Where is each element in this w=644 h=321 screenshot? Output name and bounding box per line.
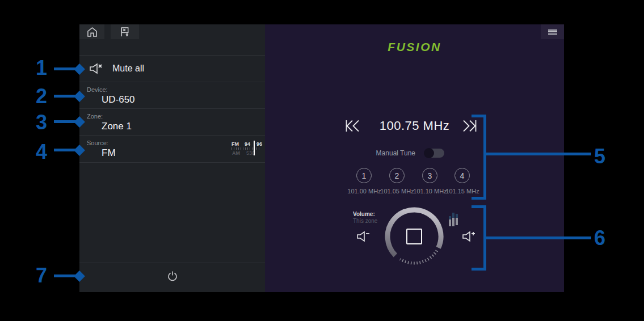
preset-2-number: 2 [395, 171, 399, 180]
speaker-muted-icon [88, 62, 103, 75]
scale-am-label: AM [232, 150, 240, 156]
scale-94-label: 94 [245, 141, 250, 147]
flag-waypoint-icon [120, 27, 131, 37]
callout-bracket-5-arm [472, 115, 486, 117]
callout-bracket-5-arm [472, 197, 486, 200]
source-selector-row[interactable]: Source: FM FM 94 96 AM 530 [79, 135, 265, 163]
menu-button[interactable] [541, 24, 564, 39]
stop-button[interactable] [406, 229, 422, 244]
callout-line-1 [54, 67, 75, 70]
hamburger-menu-icon [548, 28, 557, 35]
source-view-panel: FUSION 100.75 MHz Manual Tune [265, 24, 564, 292]
manual-tune-toggle[interactable] [424, 149, 444, 158]
zone-label: Zone: [87, 113, 103, 120]
preset-1-frequency: 101.00 MHz [346, 188, 382, 195]
power-button[interactable] [167, 271, 178, 281]
annotated-screenshot: Mute all Device: UD-650 Zone: Zone 1 Sou… [0, 0, 644, 321]
preset-4-number: 4 [460, 171, 465, 180]
callout-number-2: 2 [36, 86, 47, 107]
callout-number-7: 7 [36, 265, 47, 286]
options-panel: Mute all Device: UD-650 Zone: Zone 1 Sou… [79, 24, 265, 292]
zone-value: Zone 1 [102, 121, 132, 132]
callout-line-7 [54, 274, 75, 277]
callout-line-3 [54, 120, 75, 123]
preset-1-number: 1 [362, 171, 367, 180]
preset-1-button[interactable]: 1 [356, 168, 372, 183]
preset-2-frequency: 101.05 MHz [379, 188, 415, 195]
toggle-knob [424, 148, 434, 158]
mute-all-label: Mute all [112, 64, 144, 74]
device-selector-row[interactable]: Device: UD-650 [79, 82, 265, 108]
volume-up-button[interactable] [461, 230, 476, 243]
preset-3-button[interactable]: 3 [422, 168, 437, 183]
scale-fm-label: FM [231, 141, 239, 147]
stereo-app-window: Mute all Device: UD-650 Zone: Zone 1 Sou… [79, 24, 564, 292]
power-row [79, 263, 265, 292]
volume-sublabel: This zone [353, 218, 377, 224]
fusion-logo: FUSION [265, 40, 564, 54]
equalizer-bar [452, 213, 454, 226]
callout-line-6 [486, 236, 591, 239]
home-button[interactable] [79, 24, 104, 39]
scale-96-label: 96 [256, 141, 262, 147]
source-value: FM [102, 147, 116, 159]
preset-4-frequency: 101.15 MHz [444, 188, 481, 195]
mark-waypoint-button[interactable] [111, 24, 139, 39]
preset-4-button[interactable]: 4 [454, 168, 470, 183]
callout-number-4: 4 [36, 142, 47, 162]
radio-band-scale-icon: FM 94 96 AM 530 [231, 141, 262, 157]
callout-line-4 [54, 149, 75, 151]
volume-down-button[interactable] [355, 230, 371, 243]
manual-tune-label: Manual Tune [350, 149, 415, 157]
preset-2-button[interactable]: 2 [389, 168, 405, 183]
callout-number-6: 6 [594, 228, 605, 248]
scale-tick-strip [231, 147, 261, 150]
callout-bracket-6-arm [472, 205, 486, 208]
device-label: Device: [87, 86, 108, 93]
preset-3-number: 3 [428, 171, 432, 180]
callout-number-1: 1 [36, 58, 47, 78]
callout-line-5 [486, 153, 591, 155]
callout-line-2 [54, 95, 75, 98]
home-icon [87, 27, 98, 37]
levels-button[interactable] [449, 212, 458, 226]
source-label: Source: [87, 140, 108, 146]
scale-needle [254, 141, 255, 155]
tuner-frequency: 100.75 MHz [265, 119, 564, 133]
callout-number-5: 5 [594, 146, 605, 167]
device-value: UD-650 [102, 94, 135, 105]
callout-number-3: 3 [36, 112, 47, 133]
mute-all-row[interactable]: Mute all [79, 55, 265, 82]
skip-next-button[interactable] [461, 120, 477, 132]
callout-bracket-5 [483, 115, 486, 200]
callout-bracket-6 [483, 205, 486, 271]
preset-3-frequency: 101.10 MHz [412, 188, 448, 195]
zone-selector-row[interactable]: Zone: Zone 1 [79, 108, 265, 135]
equalizer-bar [449, 216, 451, 226]
volume-label: Volume: [353, 211, 375, 217]
callout-bracket-6-arm [472, 268, 486, 271]
equalizer-bar [456, 214, 458, 225]
